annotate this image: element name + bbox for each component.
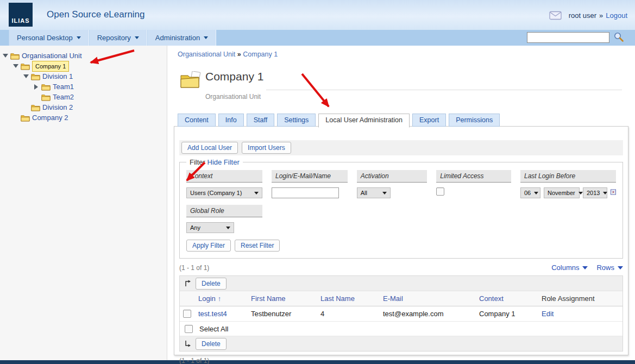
search-icon[interactable]: [613, 32, 624, 42]
column-header-role-assignment: Role Assignment: [542, 294, 623, 303]
columns-menu[interactable]: Columns: [551, 263, 588, 272]
tree-link[interactable]: Team1: [53, 83, 74, 91]
tree-link[interactable]: Organisational Unit: [22, 52, 82, 60]
mail-icon[interactable]: [549, 11, 562, 20]
login-header: Login/E-Mail/Name: [272, 170, 348, 183]
column-header-last-name[interactable]: Last Name: [320, 294, 383, 303]
search-input[interactable]: [527, 32, 609, 43]
tab-content[interactable]: Content: [178, 114, 216, 127]
add-local-user-button[interactable]: Add Local User: [181, 142, 238, 154]
month-select[interactable]: November: [544, 187, 580, 198]
column-header-context[interactable]: Context: [479, 294, 542, 303]
breadcrumb-organisational-unit[interactable]: Organisational Unit: [178, 51, 235, 58]
rows-menu[interactable]: Rows: [596, 263, 623, 272]
table-command-row-top: Delete: [180, 276, 623, 291]
tree-link[interactable]: Team2: [53, 93, 74, 101]
tab-local-user-administration[interactable]: Local User Administration: [318, 114, 410, 128]
rows-label: Rows: [596, 263, 614, 272]
filter-row-1: Context Users (Company 1) Login/E-Mail/N…: [186, 170, 616, 198]
result-range-bottom: (1 - 1 of 1): [179, 357, 623, 364]
menu-label: Repository: [97, 34, 131, 42]
ilias-logo[interactable]: ILIAS: [9, 3, 33, 27]
row-checkbox[interactable]: [183, 310, 191, 318]
calendar-icon[interactable]: [611, 188, 616, 196]
tree-link[interactable]: Division 2: [42, 103, 73, 111]
tree-item-team1: Team1: [0, 81, 167, 92]
apply-to-selected-up-icon: [184, 280, 191, 287]
filter-col-last-login: Last Login Before 06 November 2013: [520, 170, 616, 198]
logout-link[interactable]: Logout: [606, 11, 627, 20]
tree-link[interactable]: Division 1: [42, 72, 73, 80]
chevron-down-icon: [226, 227, 230, 229]
app-title: Open Source eLearning: [47, 9, 145, 20]
apply-filter-button[interactable]: Apply Filter: [186, 240, 231, 252]
filter-col-activation: Activation All: [357, 170, 427, 198]
select-all-checkbox[interactable]: [185, 325, 193, 333]
filter-buttons: Apply Filter Reset Filter: [186, 240, 616, 252]
tree-item-organisational-unit: Organisational Unit: [0, 51, 167, 61]
expander-open-icon[interactable]: [21, 74, 31, 78]
year-value: 2013: [587, 190, 600, 196]
tab-settings[interactable]: Settings: [277, 114, 316, 127]
column-header-login[interactable]: Login↑: [198, 294, 251, 303]
user-name: root user: [569, 11, 596, 20]
hide-filter-link[interactable]: Hide Filter: [208, 158, 240, 166]
delete-button-bottom[interactable]: Delete: [196, 338, 227, 350]
select-all-label: Select All: [199, 325, 228, 333]
filter-fieldset: Filter Hide Filter Context Users (Compan…: [179, 162, 623, 259]
import-users-button[interactable]: Import Users: [242, 142, 291, 154]
content-area: Organisational Unit » Company 1 Company …: [167, 46, 635, 360]
chevron-down-icon: [618, 266, 623, 269]
menu-administration[interactable]: Administration: [147, 30, 216, 46]
tree-link-selected[interactable]: Company 1: [32, 61, 69, 72]
user-login-link[interactable]: test.test4: [198, 310, 251, 318]
breadcrumb-company-1[interactable]: Company 1: [243, 51, 278, 58]
table-command-row-bottom: Delete: [180, 336, 623, 351]
login-filter-input[interactable]: [272, 187, 339, 198]
menu-personal-desktop[interactable]: Personal Desktop: [9, 30, 89, 46]
title-rule: [266, 90, 622, 90]
top-header: ILIAS Open Source eLearning root user » …: [0, 0, 635, 30]
day-select[interactable]: 06: [520, 187, 540, 198]
role-assignment-edit-link[interactable]: Edit: [542, 310, 623, 318]
chevron-down-icon: [204, 36, 208, 39]
tree-item-division-2: Division 2: [0, 102, 167, 112]
users-table: Delete Login↑ First Name Last Name E-Mai…: [179, 275, 623, 352]
filter-legend: Filter Hide Filter: [186, 158, 243, 166]
context-select[interactable]: Users (Company 1): [186, 187, 262, 198]
table-row: test.test4 Testbenutzer 4 test@example.c…: [180, 306, 623, 322]
expander-open-icon[interactable]: [0, 54, 10, 58]
folder-icon: [41, 83, 51, 91]
reset-filter-button[interactable]: Reset Filter: [235, 240, 280, 252]
activation-select[interactable]: All: [357, 187, 391, 198]
column-header-email[interactable]: E-Mail: [383, 294, 479, 303]
chevron-down-icon: [77, 36, 81, 39]
user-session: root user » Logout: [569, 11, 627, 20]
tab-staff[interactable]: Staff: [247, 114, 274, 127]
tab-permissions[interactable]: Permissions: [449, 114, 500, 127]
menu-repository[interactable]: Repository: [89, 30, 147, 46]
limited-access-checkbox[interactable]: [436, 187, 444, 196]
global-role-select[interactable]: Any: [186, 222, 234, 233]
year-select[interactable]: 2013: [583, 187, 607, 198]
chevron-down-icon: [579, 192, 583, 194]
tree-item-company-2: Company 2: [0, 112, 167, 123]
tree-link[interactable]: Company 2: [32, 114, 68, 122]
expander-closed-icon[interactable]: [31, 84, 41, 90]
expander-open-icon[interactable]: [10, 64, 21, 68]
global-role-header: Global Role: [186, 205, 262, 217]
action-toolbar: Add Local User Import Users: [179, 140, 623, 155]
delete-button-top[interactable]: Delete: [196, 278, 227, 290]
column-header-first-name[interactable]: First Name: [251, 294, 320, 303]
repository-tree: Organisational Unit Company 1 Division 1…: [0, 46, 167, 360]
user-first-name: Testbenutzer: [251, 310, 320, 318]
limited-access-header: Limited Access: [436, 170, 511, 183]
menu-label: Personal Desktop: [17, 34, 73, 42]
tab-export[interactable]: Export: [412, 114, 446, 127]
tab-content-panel: Add Local User Import Users Filter Hide …: [174, 126, 628, 355]
tree-item-division-1: Division 1: [0, 71, 167, 81]
tab-info[interactable]: Info: [218, 114, 244, 127]
object-tabs: Content Info Staff Settings Local User A…: [178, 114, 500, 127]
folder-icon: [21, 114, 30, 122]
tree-item-team2: Team2: [0, 92, 167, 102]
